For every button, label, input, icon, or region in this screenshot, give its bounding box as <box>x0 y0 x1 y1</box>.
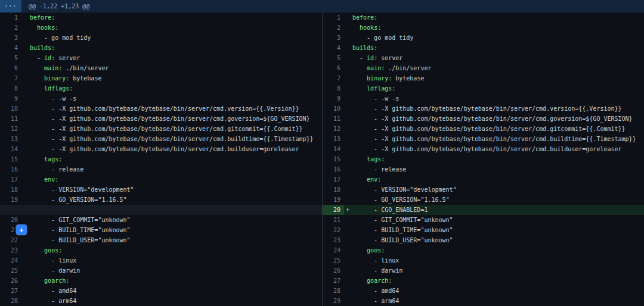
line-number[interactable]: 27 <box>0 286 21 296</box>
line-number[interactable]: 10 <box>323 104 344 114</box>
line-number[interactable]: 6 <box>323 63 344 73</box>
code-line: - BUILD_TIME="unknown" <box>21 225 322 235</box>
line-number[interactable]: 21 <box>323 215 344 225</box>
line-number[interactable]: 10 <box>0 104 21 114</box>
diff-row: 26 - darwin <box>323 266 644 276</box>
code-token: - -X github.com/bytebase/bytebase/bin/se… <box>352 115 633 122</box>
line-number[interactable]: 6 <box>0 63 21 73</box>
line-number[interactable]: 19 <box>323 195 344 205</box>
code-line: hooks: <box>21 23 322 33</box>
code-line: - arm64 <box>344 296 644 306</box>
line-number[interactable]: 2 <box>0 23 21 33</box>
line-number[interactable]: 1 <box>323 13 344 23</box>
add-comment-button[interactable]: + <box>16 224 27 235</box>
diff-row: 15 tags: <box>0 154 322 164</box>
line-number[interactable]: 18 <box>323 185 344 195</box>
line-number[interactable]: 22 <box>0 235 21 245</box>
line-number[interactable]: 25 <box>0 266 21 276</box>
line-number[interactable]: 13 <box>0 134 21 144</box>
diff-pane-new: 1before:2 hooks:3 - go mod tidy4builds:5… <box>322 13 644 306</box>
line-number[interactable]: 22 <box>323 225 344 235</box>
diff-row: 25 - linux <box>323 255 644 266</box>
line-number[interactable]: 8 <box>323 83 344 93</box>
line-number[interactable]: 14 <box>0 144 21 154</box>
diff-add-marker: + <box>346 205 349 215</box>
line-number[interactable]: 20 <box>0 215 21 225</box>
line-number[interactable]: 19 <box>0 195 21 205</box>
line-number[interactable]: 5 <box>323 53 344 63</box>
line-number[interactable]: 1 <box>0 13 21 23</box>
line-number[interactable]: 8 <box>0 83 21 93</box>
diff-row: 20 - GIT_COMMIT="unknown" <box>0 215 322 225</box>
line-number[interactable]: 17 <box>323 174 344 185</box>
line-number[interactable]: 26 <box>323 266 344 276</box>
split-diff-view: ··· @@ -1,22 +1,23 @@ 1before:2 hooks:3 … <box>0 0 644 306</box>
line-number[interactable]: 23 <box>323 235 344 245</box>
code-token: - BUILD_USER="unknown" <box>30 237 131 243</box>
line-number[interactable]: 9 <box>0 93 21 104</box>
code-line: main: ./bin/server <box>21 63 322 73</box>
line-number[interactable]: 7 <box>323 73 344 83</box>
code-token: - -X github.com/bytebase/bytebase/bin/se… <box>30 105 299 112</box>
code-token <box>30 156 44 163</box>
yaml-key-token: id: <box>44 55 55 61</box>
plus-icon: + <box>19 226 24 235</box>
code-line: - BUILD_USER="unknown" <box>344 235 644 245</box>
diff-row: 3 - go mod tidy <box>0 33 322 43</box>
line-number[interactable]: 17 <box>0 174 21 185</box>
line-number[interactable]: 29 <box>323 296 344 306</box>
diff-row: 16 - release <box>0 164 322 174</box>
line-number[interactable]: 7 <box>0 73 21 83</box>
line-number[interactable]: 2 <box>323 23 344 33</box>
code-line: - VERSION="development" <box>344 185 644 195</box>
line-number[interactable]: 5 <box>0 53 21 63</box>
code-line: - -X github.com/bytebase/bytebase/bin/se… <box>344 114 644 124</box>
line-number[interactable]: 15 <box>323 154 344 164</box>
line-number[interactable]: 16 <box>323 164 344 174</box>
diff-row: 16 - release <box>323 164 644 174</box>
hunk-header-text: @@ -1,22 +1,23 @@ <box>21 3 89 10</box>
line-number[interactable]: 4 <box>0 43 21 53</box>
code-token: - BUILD_TIME="unknown" <box>30 227 131 233</box>
yaml-key-token: builds: <box>352 45 377 51</box>
line-number[interactable]: 11 <box>0 114 21 124</box>
line-number[interactable]: 25 <box>323 255 344 266</box>
line-number[interactable]: 18 <box>0 185 21 195</box>
line-number[interactable]: 24 <box>0 255 21 266</box>
code-line: hooks: <box>344 23 644 33</box>
line-number[interactable]: 12 <box>0 124 21 134</box>
line-number[interactable]: 23 <box>0 245 21 255</box>
line-number[interactable]: 11 <box>323 114 344 124</box>
code-token: - -X github.com/bytebase/bytebase/bin/se… <box>352 136 636 142</box>
line-number[interactable]: 27 <box>323 276 344 286</box>
yaml-key-token: binary: <box>44 75 69 82</box>
line-number[interactable]: 12 <box>323 124 344 134</box>
line-number[interactable]: 3 <box>323 33 344 43</box>
line-number[interactable]: 24 <box>323 245 344 255</box>
code-line: goarch: <box>344 276 644 286</box>
diff-row: 2 hooks: <box>323 23 644 33</box>
code-token: - linux <box>352 257 399 264</box>
yaml-key-token: hooks: <box>360 24 381 31</box>
diff-row: 6 main: ./bin/server <box>0 63 322 73</box>
line-number[interactable]: 4 <box>323 43 344 53</box>
line-number[interactable]: 9 <box>323 93 344 104</box>
code-line: goarch: <box>21 276 322 286</box>
line-number[interactable]: 16 <box>0 164 21 174</box>
line-number[interactable]: 26 <box>0 276 21 286</box>
line-number[interactable]: 15 <box>0 154 21 164</box>
line-number[interactable]: 14 <box>323 144 344 154</box>
yaml-key-token: main: <box>367 65 385 71</box>
yaml-key-token: goarch: <box>44 277 69 284</box>
line-number[interactable]: 28 <box>323 286 344 296</box>
code-line: - go mod tidy <box>21 33 322 43</box>
line-number[interactable]: 13 <box>323 134 344 144</box>
line-number[interactable]: 20 <box>323 205 344 215</box>
line-number[interactable]: 28 <box>0 296 21 306</box>
diff-row: 18 - VERSION="development" <box>0 185 322 195</box>
line-number[interactable]: 3 <box>0 33 21 43</box>
code-token: - darwin <box>30 267 80 274</box>
yaml-key-token: ldflags: <box>44 85 73 92</box>
expand-hunk-button[interactable]: ··· <box>0 0 21 13</box>
code-token <box>352 24 360 31</box>
